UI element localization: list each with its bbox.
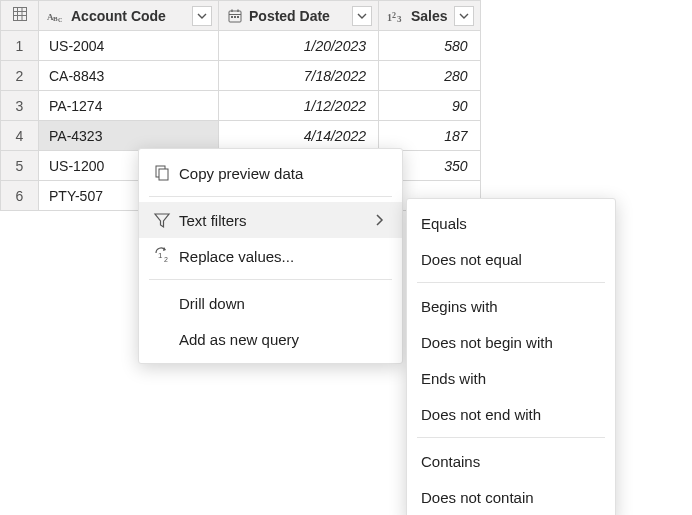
table-row[interactable]: 4 PA-4323 4/14/2022 187 bbox=[1, 121, 481, 151]
row-number[interactable]: 1 bbox=[1, 31, 39, 61]
cell-posted-date[interactable]: 7/18/2022 bbox=[219, 61, 379, 91]
menu-label: Text filters bbox=[179, 212, 356, 229]
cell-posted-date[interactable]: 1/20/2023 bbox=[219, 31, 379, 61]
column-header-sales[interactable]: 123 Sales bbox=[379, 1, 481, 31]
menu-label: Begins with bbox=[421, 298, 597, 315]
column-filter-dropdown[interactable] bbox=[192, 6, 212, 26]
row-number[interactable]: 2 bbox=[1, 61, 39, 91]
svg-rect-0 bbox=[13, 8, 26, 21]
text-type-icon: ABC bbox=[47, 8, 65, 24]
cell-account-code[interactable]: PA-4323 bbox=[39, 121, 219, 151]
filter-does-not-contain[interactable]: Does not contain bbox=[407, 479, 615, 515]
table-icon bbox=[12, 6, 28, 22]
menu-label: Copy preview data bbox=[179, 165, 384, 182]
svg-text:2: 2 bbox=[392, 11, 396, 20]
column-filter-dropdown[interactable] bbox=[454, 6, 474, 26]
menu-label: Drill down bbox=[179, 295, 384, 312]
filter-icon bbox=[153, 211, 179, 229]
menu-label: Contains bbox=[421, 453, 597, 470]
table-row[interactable]: 2 CA-8843 7/18/2022 280 bbox=[1, 61, 481, 91]
svg-rect-12 bbox=[231, 16, 233, 18]
replace-values-icon: 12 bbox=[153, 247, 179, 265]
column-label: Posted Date bbox=[249, 8, 346, 24]
menu-separator bbox=[149, 279, 392, 280]
filter-ends-with[interactable]: Ends with bbox=[407, 360, 615, 396]
row-number[interactable]: 5 bbox=[1, 151, 39, 181]
svg-rect-19 bbox=[159, 169, 168, 180]
svg-text:1: 1 bbox=[158, 251, 163, 260]
cell-sales[interactable]: 280 bbox=[379, 61, 481, 91]
filter-does-not-begin-with[interactable]: Does not begin with bbox=[407, 324, 615, 360]
text-filters-submenu: Equals Does not equal Begins with Does n… bbox=[406, 198, 616, 515]
cell-account-code[interactable]: CA-8843 bbox=[39, 61, 219, 91]
filter-does-not-equal[interactable]: Does not equal bbox=[407, 241, 615, 277]
menu-label: Does not begin with bbox=[421, 334, 597, 351]
column-filter-dropdown[interactable] bbox=[352, 6, 372, 26]
row-number[interactable]: 4 bbox=[1, 121, 39, 151]
context-menu: Copy preview data Text filters 12 Replac… bbox=[138, 148, 403, 364]
date-type-icon bbox=[227, 8, 243, 24]
menu-separator bbox=[149, 196, 392, 197]
svg-rect-14 bbox=[237, 16, 239, 18]
menu-label: Replace values... bbox=[179, 248, 384, 265]
cell-sales[interactable]: 187 bbox=[379, 121, 481, 151]
submenu-arrow-icon bbox=[374, 212, 384, 229]
column-header-account-code[interactable]: ABC Account Code bbox=[39, 1, 219, 31]
cell-account-code[interactable]: PA-1274 bbox=[39, 91, 219, 121]
cell-sales[interactable]: 580 bbox=[379, 31, 481, 61]
svg-text:2: 2 bbox=[164, 256, 168, 263]
menu-text-filters[interactable]: Text filters bbox=[139, 202, 402, 238]
filter-does-not-end-with[interactable]: Does not end with bbox=[407, 396, 615, 432]
menu-label: Does not contain bbox=[421, 489, 597, 506]
svg-text:C: C bbox=[58, 17, 62, 23]
menu-label: Add as new query bbox=[179, 331, 384, 348]
svg-text:3: 3 bbox=[397, 14, 402, 24]
select-all-corner[interactable] bbox=[1, 1, 39, 31]
menu-separator bbox=[417, 437, 605, 438]
menu-add-as-new-query[interactable]: Add as new query bbox=[139, 321, 402, 357]
filter-contains[interactable]: Contains bbox=[407, 443, 615, 479]
table-row[interactable]: 3 PA-1274 1/12/2022 90 bbox=[1, 91, 481, 121]
number-type-icon: 123 bbox=[387, 8, 405, 24]
menu-label: Does not equal bbox=[421, 251, 597, 268]
menu-label: Equals bbox=[421, 215, 597, 232]
cell-posted-date[interactable]: 4/14/2022 bbox=[219, 121, 379, 151]
column-header-posted-date[interactable]: Posted Date bbox=[219, 1, 379, 31]
menu-replace-values[interactable]: 12 Replace values... bbox=[139, 238, 402, 274]
menu-copy-preview-data[interactable]: Copy preview data bbox=[139, 155, 402, 191]
menu-label: Ends with bbox=[421, 370, 597, 387]
cell-account-code[interactable]: US-2004 bbox=[39, 31, 219, 61]
row-number[interactable]: 6 bbox=[1, 181, 39, 211]
cell-sales[interactable]: 90 bbox=[379, 91, 481, 121]
cell-posted-date[interactable]: 1/12/2022 bbox=[219, 91, 379, 121]
menu-drill-down[interactable]: Drill down bbox=[139, 285, 402, 321]
row-number[interactable]: 3 bbox=[1, 91, 39, 121]
svg-rect-13 bbox=[234, 16, 236, 18]
menu-label: Does not end with bbox=[421, 406, 597, 423]
table-row[interactable]: 1 US-2004 1/20/2023 580 bbox=[1, 31, 481, 61]
menu-separator bbox=[417, 282, 605, 283]
column-label: Account Code bbox=[71, 8, 186, 24]
column-label: Sales bbox=[411, 8, 448, 24]
filter-equals[interactable]: Equals bbox=[407, 205, 615, 241]
copy-icon bbox=[153, 164, 179, 182]
filter-begins-with[interactable]: Begins with bbox=[407, 288, 615, 324]
